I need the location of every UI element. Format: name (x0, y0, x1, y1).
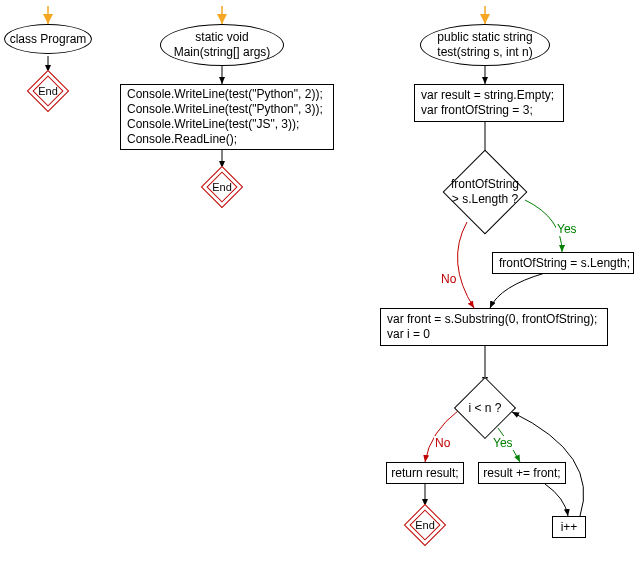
label-no-cond2: No (434, 436, 451, 450)
node-assign-frontofstring: frontOfString = s.Length; (492, 252, 634, 274)
node-class-program: class Program (4, 24, 92, 54)
node-inc: i++ (552, 516, 586, 538)
edge-C-cond1-no (458, 222, 474, 308)
node-append: result += front; (478, 462, 566, 484)
end-label: End (410, 510, 440, 540)
node-main: static void Main(string[] args) (160, 24, 284, 66)
node-init: var result = string.Empty; var frontOfSt… (414, 84, 564, 122)
node-test-sig: public static string test(string s, int … (420, 24, 550, 66)
end-label: End (33, 76, 63, 106)
label-no-cond1: No (440, 272, 457, 286)
label-yes-cond1: Yes (556, 222, 578, 236)
node-front-substring: var front = s.Substring(0, frontOfString… (380, 308, 608, 346)
edge-C-assign-front (490, 273, 545, 308)
cond2-text: i < n ? (443, 386, 527, 430)
node-cond-frontofstring: frontOfString > s.Length ? (455, 162, 515, 222)
node-cond-loop: i < n ? (463, 386, 507, 430)
node-end-a: End (33, 76, 63, 106)
edge-C-inc (545, 484, 568, 516)
node-end-c: End (410, 510, 440, 540)
cond1-text: frontOfString > s.Length ? (435, 162, 535, 222)
node-return: return result; (386, 462, 464, 484)
node-main-body: Console.WriteLine(test("Python", 2)); Co… (120, 84, 334, 150)
label-yes-cond2: Yes (492, 436, 514, 450)
end-label: End (207, 172, 237, 202)
node-end-b: End (207, 172, 237, 202)
